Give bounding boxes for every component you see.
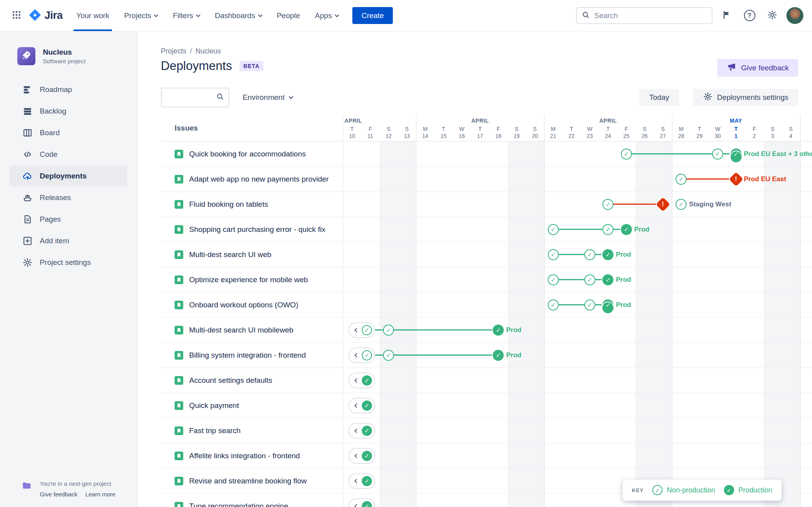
- issue-cell[interactable]: Quick booking for accommodations: [161, 141, 343, 166]
- app-switcher-button[interactable]: [8, 7, 25, 24]
- chevron-down-icon: [154, 13, 158, 17]
- breadcrumb-projects-link[interactable]: Projects: [161, 47, 186, 55]
- nav-item-people[interactable]: People: [269, 0, 307, 31]
- deployment-prod-check-icon[interactable]: ✓: [602, 299, 613, 310]
- deployment-nonprod-check-icon[interactable]: ✓: [548, 224, 559, 235]
- sidebar-item-releases[interactable]: Releases: [9, 187, 127, 208]
- issue-cell[interactable]: Affelite links integration - frontend: [161, 443, 343, 468]
- issue-cell[interactable]: Optimize experience for mobile web: [161, 267, 343, 292]
- deployment-prod-check-icon[interactable]: ✓: [362, 426, 372, 436]
- deployment-prod-check-icon[interactable]: ✓: [602, 249, 613, 260]
- deployment-failed-icon[interactable]: !: [655, 197, 670, 211]
- deployment-nonprod-check-icon[interactable]: ✓: [602, 199, 613, 210]
- deployment-prod-check-icon[interactable]: ✓: [493, 350, 504, 361]
- timeline-search-input[interactable]: [167, 93, 216, 102]
- user-avatar[interactable]: [786, 7, 803, 24]
- deployment-nonprod-check-icon[interactable]: ✓: [602, 224, 613, 235]
- earlier-deployments-pill[interactable]: ✓: [348, 423, 375, 439]
- deployment-nonprod-check-icon[interactable]: ✓: [621, 149, 632, 160]
- issue-cell[interactable]: Revise and streamline booking flow: [161, 468, 343, 493]
- deployment-nonprod-check-icon[interactable]: ✓: [712, 149, 723, 160]
- environment-label: Prod: [506, 351, 521, 359]
- deployment-prod-check-icon[interactable]: ✓: [362, 501, 372, 507]
- deployment-nonprod-check-icon[interactable]: ✓: [362, 350, 372, 360]
- deployment-nonprod-check-icon[interactable]: ✓: [362, 325, 372, 335]
- deployment-nonprod-check-icon[interactable]: ✓: [584, 274, 595, 285]
- issue-cell[interactable]: Multi-dest search UI web: [161, 242, 343, 267]
- deployment-failed-icon[interactable]: !: [729, 172, 743, 186]
- deployment-nonprod-check-icon[interactable]: ✓: [584, 299, 595, 310]
- issue-cell[interactable]: Billing system integration - frontend: [161, 343, 343, 367]
- issue-cell[interactable]: Fluid booking on tablets: [161, 192, 343, 217]
- issue-title: Account settings defaults: [189, 376, 272, 385]
- sidebar-item-project-settings[interactable]: Project settings: [9, 252, 127, 273]
- deployment-prod-check-icon[interactable]: ✓: [362, 451, 372, 461]
- earlier-deployments-pill[interactable]: ✓: [348, 498, 375, 507]
- nav-item-apps[interactable]: Apps: [307, 0, 346, 31]
- sidebar-give-feedback-link[interactable]: Give feedback: [40, 491, 77, 498]
- issue-cell[interactable]: Shopping cart purchasing error - quick f…: [161, 217, 343, 242]
- help-button[interactable]: ?: [741, 7, 758, 24]
- deployment-nonprod-check-icon[interactable]: ✓: [383, 325, 394, 336]
- day-column-header: F25: [617, 125, 636, 140]
- deployment-prod-check-icon[interactable]: ✓: [731, 149, 742, 160]
- environment-filter-dropdown[interactable]: Environment: [243, 88, 293, 107]
- nav-item-projects[interactable]: Projects: [117, 0, 166, 31]
- deployment-nonprod-check-icon[interactable]: ✓: [548, 249, 559, 260]
- breadcrumb-nucleus-link[interactable]: Nucleus: [195, 47, 221, 55]
- deployment-nonprod-check-icon[interactable]: ✓: [548, 299, 559, 310]
- timeline-search[interactable]: [161, 88, 229, 107]
- jira-logo[interactable]: Jira: [29, 9, 63, 22]
- deployment-prod-check-icon[interactable]: ✓: [362, 400, 372, 411]
- earlier-deployments-pill[interactable]: ✓: [348, 473, 375, 489]
- earlier-deployments-pill[interactable]: ✓: [348, 347, 375, 363]
- earlier-deployments-pill[interactable]: ✓: [348, 448, 375, 464]
- sidebar-item-roadmap[interactable]: Roadmap: [9, 79, 127, 100]
- issue-title: Multi-dest search UI mobileweb: [189, 326, 293, 334]
- sidebar-learn-more-link[interactable]: Learn more: [85, 491, 116, 498]
- create-button[interactable]: Create: [352, 7, 393, 24]
- month-label: APRIL: [599, 118, 617, 124]
- sidebar-item-code[interactable]: Code: [9, 144, 127, 165]
- issue-cell[interactable]: Quick payment: [161, 393, 343, 418]
- issue-cell[interactable]: Multi-dest search UI mobileweb: [161, 318, 343, 342]
- roadmap-icon: [22, 84, 33, 95]
- earlier-deployments-pill[interactable]: ✓: [348, 322, 375, 338]
- sidebar-item-pages[interactable]: Pages: [9, 209, 127, 230]
- nav-item-filters[interactable]: Filters: [165, 0, 207, 31]
- deployment-prod-check-icon[interactable]: ✓: [493, 325, 504, 336]
- issue-cell[interactable]: Onboard workout options (OWO): [161, 292, 343, 317]
- deployment-nonprod-check-icon[interactable]: ✓: [584, 249, 595, 260]
- flag-button[interactable]: [718, 7, 735, 24]
- deployment-nonprod-check-icon[interactable]: ✓: [548, 274, 559, 285]
- issue-title: Quick booking for accommodations: [189, 150, 306, 158]
- deployment-prod-check-icon[interactable]: ✓: [602, 274, 613, 285]
- sidebar-item-board[interactable]: Board: [9, 123, 127, 143]
- nav-item-dashboards[interactable]: Dashboards: [207, 0, 269, 31]
- give-feedback-button[interactable]: Give feedback: [717, 59, 798, 77]
- deployment-prod-check-icon[interactable]: ✓: [362, 375, 372, 386]
- sidebar-item-deployments[interactable]: Deployments: [9, 166, 127, 186]
- today-button[interactable]: Today: [639, 89, 679, 106]
- add-item-icon: [22, 235, 33, 246]
- deployment-nonprod-check-icon[interactable]: ✓: [676, 199, 687, 210]
- deployment-prod-check-icon[interactable]: ✓: [621, 224, 632, 235]
- issue-cell[interactable]: Adapt web app no new payments provider: [161, 167, 343, 191]
- deployments-settings-button[interactable]: Deployments settings: [693, 89, 798, 106]
- deployment-nonprod-check-icon[interactable]: ✓: [383, 350, 394, 361]
- earlier-deployments-pill[interactable]: ✓: [348, 398, 375, 413]
- earlier-deployments-pill[interactable]: ✓: [348, 373, 375, 388]
- issue-cell[interactable]: Account settings defaults: [161, 368, 343, 393]
- nav-item-your-work[interactable]: Your work: [69, 0, 117, 31]
- chevron-down-icon: [258, 13, 262, 17]
- issue-cell[interactable]: Tune recommendation engine: [161, 494, 343, 507]
- issue-cell[interactable]: Fast trip search: [161, 418, 343, 443]
- sidebar-item-backlog[interactable]: Backlog: [9, 101, 127, 121]
- sidebar-item-add-item[interactable]: Add item: [9, 231, 127, 251]
- timeline-row: Multi-dest search UI mobileweb✓✓✓Prod: [161, 318, 812, 343]
- deployment-nonprod-check-icon[interactable]: ✓: [676, 174, 687, 185]
- settings-button[interactable]: [764, 7, 781, 24]
- deployment-prod-check-icon[interactable]: ✓: [362, 476, 372, 486]
- global-search-input[interactable]: [594, 11, 707, 20]
- global-search[interactable]: [576, 7, 713, 24]
